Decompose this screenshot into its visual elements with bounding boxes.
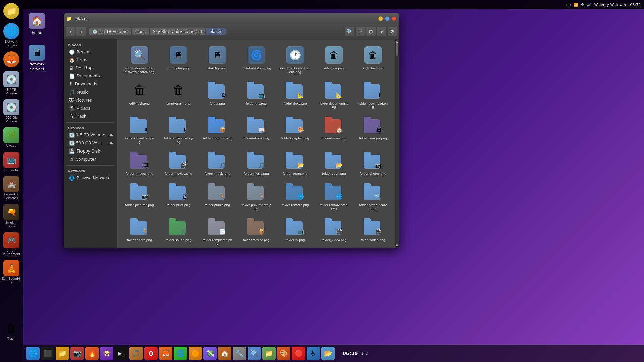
bottom-paint[interactable]: 🎨 bbox=[277, 347, 290, 360]
eject-vol15-button[interactable]: ⏏ bbox=[109, 133, 113, 137]
file-item[interactable]: 📂 folder_open.png bbox=[276, 147, 314, 178]
breadcrumb-vol[interactable]: 💽 1.5 TB Volume bbox=[89, 28, 131, 35]
breadcrumb-sky[interactable]: Sky-Blue-Unity-icons-1.0 bbox=[150, 28, 205, 35]
system-bar-network-icon[interactable]: 📶 bbox=[574, 3, 578, 7]
file-item[interactable]: 🗑 editclear.png bbox=[315, 42, 353, 76]
file-item[interactable]: 🎵 folder-music.png bbox=[237, 147, 275, 178]
file-item[interactable]: 📄 folder-templates.png bbox=[199, 214, 236, 248]
file-item[interactable]: 🚶 folder-public.png bbox=[199, 179, 236, 213]
file-item[interactable]: ⬇ folder_download.png bbox=[354, 77, 392, 111]
taskbar-item-smokin[interactable]: 🔫 Smokin' Guns bbox=[1, 203, 22, 230]
file-item[interactable]: 🔍 application-x-gnome-saved-search.png bbox=[121, 42, 158, 76]
bottom-home-app[interactable]: 🏠 bbox=[218, 347, 231, 360]
forward-button[interactable]: › bbox=[76, 27, 86, 36]
file-item[interactable]: 🖥 computer.png bbox=[160, 42, 197, 76]
scrollbar[interactable]: ▲ ▼ bbox=[395, 39, 399, 248]
taskbar-item-unreal[interactable]: 🎮 Unreal Tournament bbox=[1, 231, 22, 258]
file-item[interactable]: 🌐 folder-remote.png bbox=[276, 179, 314, 213]
taskbar-item-zen[interactable]: 🧘 Zen Bound® 2 bbox=[1, 259, 22, 286]
breadcrumb-icons[interactable]: Icons bbox=[132, 28, 149, 35]
file-item[interactable]: 📐 folder-docs.png bbox=[276, 77, 314, 111]
file-item[interactable]: 🗑 emptytrash.png bbox=[160, 77, 197, 111]
bottom-app3[interactable]: 🔴 bbox=[292, 347, 305, 360]
search-button[interactable]: 🔍 bbox=[345, 27, 354, 36]
file-item[interactable]: 📖 folder-ebook.png bbox=[237, 112, 275, 146]
taskbar-item-vol15[interactable]: 💽 1.5 TB Volume bbox=[1, 70, 22, 97]
sidebar-item-pictures[interactable]: 🖼 Pictures bbox=[65, 96, 116, 104]
system-bar-settings-icon[interactable]: ⚙ bbox=[581, 3, 584, 7]
file-item[interactable]: 📺 folder-tv.png bbox=[276, 214, 314, 248]
back-button[interactable]: ‹ bbox=[66, 27, 75, 36]
sidebar-item-music[interactable]: 🎵 Music bbox=[65, 88, 116, 96]
file-item[interactable]: 📷 folder-photos.png bbox=[354, 147, 392, 178]
sidebar-device-vol15[interactable]: 💽 1.5 TB Volume ⏏ bbox=[65, 131, 116, 139]
window-minimize-button[interactable] bbox=[378, 16, 383, 21]
system-bar-sound-icon[interactable]: 🔊 bbox=[587, 3, 591, 7]
file-item[interactable]: 🕐 document-open-recent.png bbox=[276, 42, 314, 76]
file-item[interactable]: 🎵 folder_music.png bbox=[199, 147, 236, 178]
file-item[interactable]: 🎵 folder-sound.png bbox=[160, 214, 197, 248]
file-item[interactable]: 📦 folder-torrent.png bbox=[237, 214, 275, 248]
view-grid-button[interactable]: ⊞ bbox=[366, 27, 376, 36]
desktop-icon-home[interactable]: 🏠 home bbox=[23, 12, 50, 37]
sidebar-item-browse-network[interactable]: 🌐 Browse Network bbox=[65, 174, 116, 182]
file-item[interactable]: ⚙ folder.png bbox=[199, 77, 236, 111]
file-item[interactable]: 📺 folder-atv.png bbox=[237, 77, 275, 111]
file-item[interactable]: 📷 folder-pictures.png bbox=[121, 179, 158, 213]
sidebar-item-trash[interactable]: 🗑 Trash bbox=[65, 112, 116, 120]
system-bar-user[interactable]: Walenty Walewski bbox=[594, 3, 627, 7]
bottom-wrench[interactable]: 🔧 bbox=[233, 347, 246, 360]
bottom-globe[interactable]: 🌐 bbox=[26, 347, 40, 360]
taskbar-item-legend[interactable]: 🏰 Legend of Grimrock bbox=[1, 175, 22, 201]
bottom-term2[interactable]: ▶_ bbox=[115, 347, 128, 360]
file-item[interactable]: 🚶 folder-share.png bbox=[121, 214, 158, 248]
bottom-search[interactable]: 🔍 bbox=[248, 347, 261, 360]
file-item[interactable]: 🎬 folder_video.png bbox=[315, 214, 353, 248]
file-item[interactable]: 🏠 folder-home.png bbox=[315, 112, 353, 146]
bottom-app2[interactable]: 💸 bbox=[203, 347, 217, 360]
file-item[interactable]: 📂 folder-open.png bbox=[315, 147, 353, 178]
bottom-nautilus[interactable]: 📂 bbox=[321, 347, 335, 360]
sidebar-item-desktop[interactable]: 🖥 Desktop bbox=[65, 64, 116, 72]
file-item[interactable]: 🚶 folder-publicshare.png bbox=[237, 179, 275, 213]
taskbar-item-trash[interactable]: 🗑 Trash bbox=[1, 319, 22, 342]
bottom-firefox[interactable]: 🦊 bbox=[159, 347, 172, 360]
desktop-icon-network[interactable]: 🖥 Network Servers bbox=[23, 43, 50, 73]
taskbar-item-uwaga[interactable]: 🌿 Uwaga bbox=[1, 126, 22, 149]
file-item[interactable]: 🗑 edittrash.png bbox=[121, 77, 158, 111]
file-item[interactable]: 🖨 folder-print.png bbox=[160, 179, 197, 213]
sidebar-item-recent[interactable]: 🕐 Recent bbox=[65, 48, 116, 56]
taskbar-item-vol500[interactable]: 💽 500 GB Volume bbox=[1, 98, 22, 125]
file-item[interactable]: 📐 folder-documents.png bbox=[315, 77, 353, 111]
file-item[interactable]: 🗑 edit-clear.png bbox=[354, 42, 392, 76]
window-close-button[interactable] bbox=[392, 16, 396, 21]
file-item[interactable]: 🎬 folder-movies.png bbox=[160, 147, 197, 178]
bottom-fire[interactable]: 🔥 bbox=[85, 347, 99, 360]
view-list-button[interactable]: ☰ bbox=[356, 27, 365, 36]
file-item[interactable]: ⬇ folder-downloads.png bbox=[160, 112, 197, 146]
file-item[interactable]: 🌐 folder-remote-smb.png bbox=[315, 179, 353, 213]
sidebar-item-videos[interactable]: 🎬 Videos bbox=[65, 104, 116, 112]
file-item[interactable]: 🔍 folder-saved-search.png bbox=[354, 179, 392, 213]
breadcrumb-places[interactable]: places bbox=[206, 28, 226, 35]
file-item[interactable]: ⬇ folder-download.png bbox=[121, 112, 158, 146]
settings-button[interactable]: ⚙ bbox=[388, 27, 397, 36]
eject-vol500-button[interactable]: ⏏ bbox=[109, 141, 113, 145]
taskbar-item-iptv[interactable]: 📺 iptv.m3u bbox=[1, 150, 22, 174]
bottom-folder[interactable]: 📁 bbox=[56, 347, 69, 360]
bottom-gimp[interactable]: 🐶 bbox=[100, 347, 113, 360]
bottom-terminal[interactable]: ⬛ bbox=[41, 347, 54, 360]
file-item[interactable]: 🖼 folder-images.png bbox=[121, 147, 158, 178]
system-bar-lang[interactable]: en bbox=[566, 3, 571, 7]
file-item[interactable]: 🌀 distributor-logo.png bbox=[237, 42, 275, 76]
sidebar-item-documents[interactable]: 📄 Documents bbox=[65, 72, 116, 80]
bottom-accessibility[interactable]: ♿ bbox=[307, 347, 320, 360]
bottom-opera[interactable]: O bbox=[144, 347, 158, 360]
bottom-chrome[interactable]: 🌀 bbox=[174, 347, 187, 360]
file-item[interactable]: 🖼 folder_images.png bbox=[354, 112, 392, 146]
sidebar-item-home[interactable]: 🏠 Home bbox=[65, 56, 116, 64]
sidebar-item-computer[interactable]: 🖥 Computer bbox=[65, 155, 116, 163]
file-item[interactable]: 🖥 desktop.png bbox=[199, 42, 236, 76]
sidebar-device-vol500[interactable]: 💽 500 GB Vol... ⏏ bbox=[65, 139, 116, 147]
sidebar-item-floppy[interactable]: 💾 Floppy Disk bbox=[65, 147, 116, 155]
